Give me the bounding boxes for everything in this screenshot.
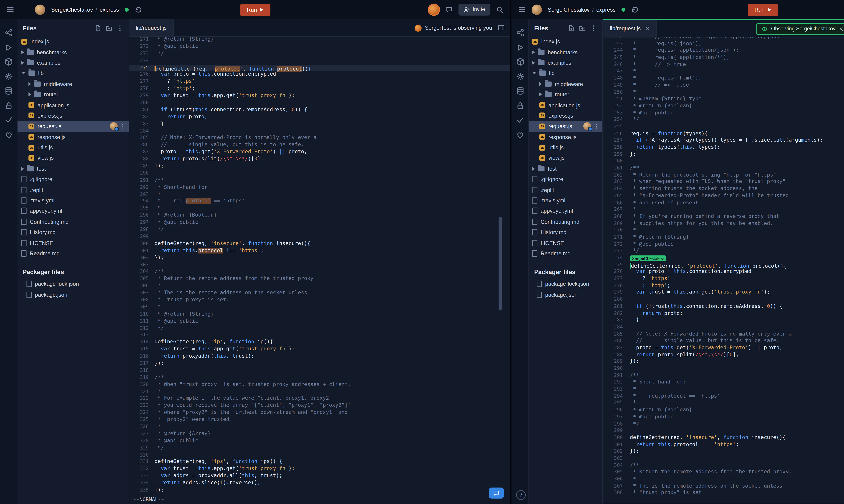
code-line-297[interactable]: 297 * @api public (129, 219, 510, 226)
chevron-right-icon[interactable] (29, 82, 31, 86)
code-line-244[interactable]: 244 * req.is('application/json'); (603, 48, 844, 54)
code-line-330[interactable]: 330 (129, 452, 510, 459)
code-line-286[interactable]: 286 // single value, but this is to be s… (129, 142, 510, 149)
code-line-294[interactable]: 294 * req.protocol == 'https' (603, 393, 844, 400)
file-.gitignore[interactable]: .gitignore (17, 174, 129, 185)
file-appveyor.yml[interactable]: appveyor.yml (17, 206, 129, 216)
file-request.js[interactable]: request.js (529, 121, 602, 132)
code-line-261[interactable]: 261/** (603, 165, 844, 172)
file-LICENSE[interactable]: LICENSE (17, 238, 129, 248)
file-package.json[interactable]: package.json (17, 289, 129, 300)
code-line-278[interactable]: 278 : 'http'; (603, 282, 844, 289)
code-line-262[interactable]: 262 * Return the protocol string "http" … (603, 172, 844, 179)
user-avatar[interactable] (532, 4, 542, 15)
file-application.js[interactable]: application.js (529, 100, 602, 110)
code-line-310[interactable]: 310 * @return {String} (129, 311, 510, 318)
code-line-278[interactable]: 278 : 'http'; (129, 86, 510, 93)
chevron-right-icon[interactable] (539, 92, 542, 96)
code-line-280[interactable]: 280 (603, 296, 844, 303)
folder-router[interactable]: router (17, 89, 129, 100)
code-line-283[interactable]: 283 } (603, 317, 844, 324)
code-line-291[interactable]: 291/** (129, 177, 510, 184)
file-Contributing.md[interactable]: Contributing.md (17, 216, 129, 227)
chevron-right-icon[interactable] (532, 167, 535, 170)
code-line-290[interactable]: 290 (129, 170, 510, 177)
code-line-298[interactable]: 298 */ (129, 226, 510, 233)
breadcrumb-repl[interactable]: express (100, 6, 119, 13)
breadcrumb-user[interactable]: SergeiChestakov (51, 6, 93, 13)
chat-icon[interactable] (445, 5, 452, 13)
code-line-255[interactable]: 255 (603, 123, 844, 130)
code-line-294[interactable]: 294 * req.protocol == 'https' (129, 198, 510, 205)
tab-lib-request-js[interactable]: lib/request.js (129, 19, 174, 36)
file-view.js[interactable]: view.js (17, 153, 129, 163)
code-line-275[interactable]: 275defineGetter(req, 'protocol', functio… (603, 262, 844, 269)
code-line-268[interactable]: 268 * If you're running behind a reverse… (603, 213, 844, 220)
code-line-324[interactable]: 324 * where "proxy2" is the furthest dow… (129, 410, 510, 417)
files-menu-icon[interactable] (590, 25, 597, 32)
folder-examples[interactable]: examples (17, 57, 129, 68)
file-utils.js[interactable]: utils.js (529, 142, 602, 153)
folder-benchmarks[interactable]: benchmarks (17, 47, 129, 57)
code-line-334[interactable]: 334 return addrs.slice(1).reverse(); (129, 480, 510, 487)
file-appveyor.yml[interactable]: appveyor.yml (529, 206, 602, 216)
new-folder-icon[interactable] (579, 25, 586, 32)
code-line-302[interactable]: 302}); (603, 448, 844, 455)
run-button[interactable]: Run (747, 3, 778, 16)
breadcrumb[interactable]: SergeiChestakov / express (51, 6, 119, 13)
file-.travis.yml[interactable]: .travis.yml (529, 195, 602, 206)
code-line-298[interactable]: 298 */ (603, 420, 844, 428)
code-line-297[interactable]: 297 * @api public (603, 414, 844, 420)
chevron-right-icon[interactable] (21, 167, 24, 170)
code-line-287[interactable]: 287 proto = this.get('X-Forwarded-Proto'… (129, 149, 510, 156)
code-line-285[interactable]: 285 // Note: X-Forwarded-Proto is normal… (603, 331, 844, 338)
code-line-301[interactable]: 301 return this.protocol !== 'https'; (129, 248, 510, 254)
code-line-279[interactable]: 279 var trust = this.app.get('trust prox… (129, 92, 510, 100)
chevron-right-icon[interactable] (21, 61, 24, 65)
code-line-295[interactable]: 295 * (129, 205, 510, 212)
secrets-icon[interactable] (516, 101, 524, 110)
code-line-259[interactable]: 259}; (603, 151, 844, 158)
code-line-246[interactable]: 246 * // => true (603, 61, 844, 68)
code-line-316[interactable]: 316 return proxyaddr(this, trust); (129, 353, 510, 360)
code-line-325[interactable]: 325 * "proxy2" were trusted. (129, 417, 510, 424)
code-line-277[interactable]: 277 ? 'https' (129, 78, 510, 86)
chevron-right-icon[interactable] (532, 50, 535, 54)
code-line-299[interactable]: 299 (603, 428, 844, 434)
close-icon[interactable] (645, 26, 650, 31)
file-application.js[interactable]: application.js (17, 100, 129, 110)
code-line-281[interactable]: 281 if (!trust(this.connection.remoteAdd… (129, 107, 510, 114)
file-.travis.yml[interactable]: .travis.yml (17, 195, 129, 206)
tab-lib-request-js[interactable]: lib/request.js (603, 20, 657, 37)
file-index.js[interactable]: index.js (529, 36, 602, 47)
debugger-icon[interactable] (4, 43, 13, 52)
code-line-287[interactable]: 287 proto = this.get('X-Forwarded-Proto'… (603, 345, 844, 352)
user-avatar[interactable] (35, 4, 45, 15)
code-line-292[interactable]: 292 * Short-hand for: (129, 184, 510, 191)
code-line-303[interactable]: 303 (129, 262, 510, 269)
file-utils.js[interactable]: utils.js (17, 142, 129, 153)
code-line-272[interactable]: 272 * @api public (129, 43, 510, 50)
code-editor[interactable]: 271 * @return {String}272 * @api public2… (129, 36, 510, 495)
file-menu-icon[interactable] (593, 123, 599, 129)
folder-middleware[interactable]: middleware (17, 79, 129, 89)
code-line-299[interactable]: 299 (129, 233, 510, 240)
new-folder-icon[interactable] (105, 25, 112, 32)
code-line-332[interactable]: 332 var trust = this.app.get('trust prox… (129, 466, 510, 473)
breadcrumb-user[interactable]: SergeiChestakov (548, 6, 590, 13)
database-icon[interactable] (4, 87, 13, 95)
code-line-248[interactable]: 248 * req.is('html'); (603, 75, 844, 82)
code-line-260[interactable]: 260 (603, 158, 844, 165)
code-line-305[interactable]: 305 * Return the remote address from the… (129, 276, 510, 283)
folder-test[interactable]: test (529, 163, 602, 174)
observer-avatar[interactable] (429, 4, 439, 15)
code-line-271[interactable]: 271 * @return {String} (129, 36, 510, 43)
file-response.js[interactable]: response.js (17, 132, 129, 142)
code-line-306[interactable]: 306 * (603, 476, 844, 483)
new-file-icon[interactable] (568, 25, 575, 32)
code-line-313[interactable]: 313 (129, 332, 510, 339)
code-line-309[interactable]: 309 * (129, 304, 510, 311)
code-line-300[interactable]: 300defineGetter(req, 'insecure', functio… (129, 240, 510, 248)
version-control-icon[interactable] (4, 29, 13, 37)
code-line-267[interactable]: 267 * (603, 206, 844, 213)
